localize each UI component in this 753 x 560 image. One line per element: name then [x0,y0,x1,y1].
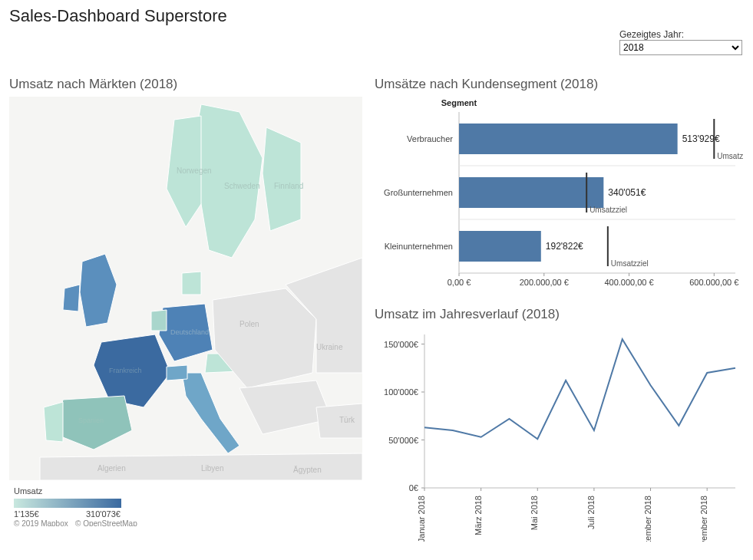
map-label: Spanien [78,417,104,424]
year-filter-label: Gezeigtes Jahr: [619,29,742,40]
segment-bar [459,231,541,262]
segment-row-label: Großunternehmen [384,188,453,197]
map-country-ireland [63,285,80,311]
segment-value-label: 192'822€ [546,241,583,252]
map-label: Ägypten [293,466,322,474]
map-label: Finnland [274,182,303,190]
map-legend-title: Umsatz [14,486,43,496]
map-legend-min: 1'135€ [14,509,39,519]
map-chart[interactable]: Schweden Finnland Norwegen Polen Ukraine… [9,97,362,554]
map-legend-gradient [14,499,121,508]
trend-y-tick: 0€ [409,483,418,492]
page-title: Sales-Dashboard Superstore [9,6,744,26]
map-country-benelux [151,310,167,331]
segment-value-label: 340'051€ [608,187,646,198]
segment-x-tick: 400.000,00 € [604,278,653,287]
map-legend-max: 310'073€ [86,509,121,519]
map-label: Norwegen [177,166,212,175]
map-label: Deutschland [170,328,209,336]
trend-title: Umsatz im Jahresverlauf (2018) [375,307,744,322]
trend-x-tick: März 2018 [474,496,483,535]
trend-x-tick: Januar 2018 [417,496,426,542]
map-country-portugal [44,402,63,442]
map-label: Libyen [201,464,223,473]
map-country-ch [167,365,187,380]
trend-x-tick: September 2018 [643,496,652,542]
trend-chart[interactable]: 0€50'000€100'000€150'000€Januar 2018März… [375,327,743,542]
segment-bar [459,177,603,208]
map-country-finland [263,127,301,231]
segment-bar [459,124,678,154]
trend-x-tick: November 2018 [699,496,708,542]
map-attrib-osm: © OpenStreetMap [75,519,137,526]
segment-header: Segment [441,98,477,107]
map-label: Algerien [97,464,126,473]
year-filter: Gezeigtes Jahr: 2018 [619,29,742,55]
map-country-dk [182,272,201,295]
segment-target-label: Umsatzziel [717,152,743,160]
segment-title: Umsätze nach Kundensegment (2018) [375,77,744,92]
segment-x-tick: 0,00 € [448,278,471,287]
map-label: Türk [339,416,355,424]
map-label: Frankreich [109,367,142,374]
map-attrib-mapbox: © 2019 Mapbox [14,519,68,526]
segment-chart[interactable]: SegmentVerbraucher513'929€UmsatzzielGroß… [375,97,743,296]
segment-target-label: Umsatzziel [611,259,649,268]
trend-y-tick: 100'000€ [384,387,418,397]
year-filter-select[interactable]: 2018 [619,40,742,55]
segment-row-label: Verbraucher [407,134,453,143]
trend-y-tick: 50'000€ [388,436,418,445]
trend-x-tick: Juli 2018 [586,496,596,529]
segment-x-tick: 600.000,00 € [689,278,738,287]
trend-y-tick: 150'000€ [384,340,418,349]
trend-line [424,339,735,439]
map-label: Ukraine [316,343,343,351]
trend-x-tick: Mai 2018 [530,496,539,530]
map-label: Polen [239,320,259,328]
segment-x-tick: 200.000,00 € [520,278,569,287]
map-label: Schweden [224,182,260,190]
segment-target-label: Umsatzziel [590,206,627,214]
segment-row-label: Kleinunternehmen [385,242,453,251]
map-title: Umsatz nach Märkten (2018) [9,77,362,92]
